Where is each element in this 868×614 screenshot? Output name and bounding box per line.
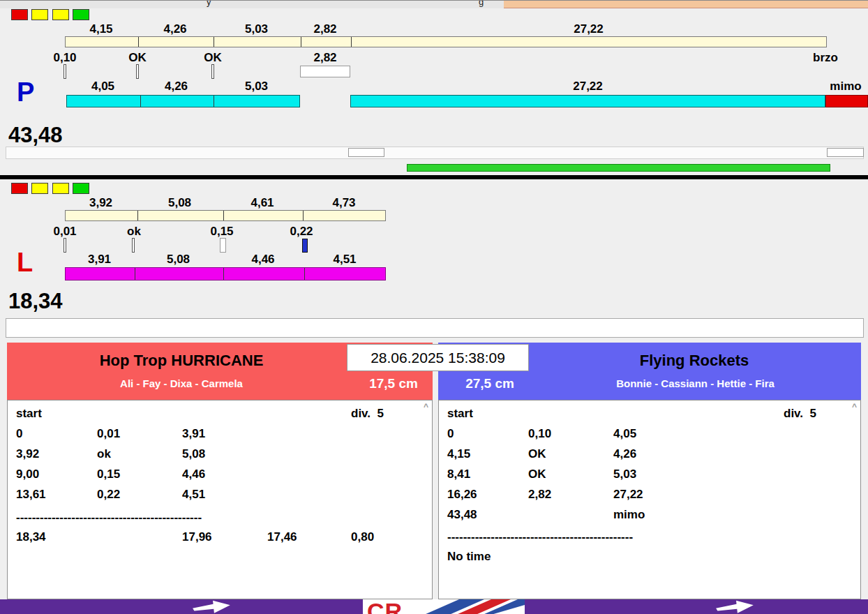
table-cell: mimo <box>613 508 645 522</box>
arrow-icon <box>192 599 231 614</box>
bar-divider <box>138 37 139 47</box>
clipped-menu-text: g <box>479 1 484 7</box>
p-check-value: OK <box>120 51 155 65</box>
l-run-split: 4,51 <box>304 253 386 267</box>
table-cell: 3,91 <box>182 427 205 441</box>
summary-total: 18,34 <box>16 530 46 544</box>
status-light-yellow-icon <box>52 183 69 194</box>
table-cell: 5,03 <box>613 467 636 481</box>
bar-divider <box>223 211 224 220</box>
l-plan-split: 3,92 <box>65 196 137 210</box>
bar-divider <box>301 37 301 47</box>
table-cell: 0 <box>447 427 454 441</box>
table-cell: OK <box>528 447 546 461</box>
table-cell: 0,01 <box>97 427 120 441</box>
l-run-bar <box>65 267 386 280</box>
p-plan-split: 2,82 <box>300 22 350 36</box>
status-light-red-icon <box>11 9 28 20</box>
p-track-strip <box>6 147 864 159</box>
summary-time1: 17,96 <box>182 530 212 544</box>
timestamp-text: 28.06.2025 15:38:09 <box>371 350 505 366</box>
table-divider-line: ----------------------------------------… <box>16 511 202 525</box>
bar-divider <box>140 96 141 107</box>
lane-p-status-lights <box>11 9 90 22</box>
p-run-split: 4,26 <box>140 80 213 93</box>
bar-divider <box>303 211 304 220</box>
team-right-members: Bonnie - Cassiann - Hettie - Fira <box>529 377 862 389</box>
l-run-split: 4,46 <box>223 253 304 267</box>
l-check-value: 0,01 <box>40 225 89 239</box>
background-window-orange <box>504 1 868 8</box>
bar-divider <box>135 268 135 280</box>
bar-divider <box>214 37 214 47</box>
lane-divider <box>0 175 868 179</box>
l-plan-bar <box>65 210 386 221</box>
clipped-menu-text: y <box>207 1 211 7</box>
l-run-split: 5,08 <box>134 253 223 267</box>
logo-text: CR <box>367 599 403 614</box>
table-cell: 0,15 <box>97 467 120 481</box>
table-cell: 0 <box>16 427 22 441</box>
p-plan-split: 5,03 <box>213 22 300 36</box>
l-empty-strip <box>6 318 864 338</box>
p-progress-bar <box>407 164 830 172</box>
table-cell: 16,26 <box>447 488 477 502</box>
p-fault-note: mimo <box>825 80 866 93</box>
table-cell: ok <box>97 447 111 461</box>
p-check-value: 2,82 <box>300 51 350 65</box>
table-header-div: div. 5 <box>351 407 384 421</box>
table-cell: 4,51 <box>182 488 205 502</box>
l-check-value: ok <box>117 225 151 239</box>
p-plan-bar <box>65 36 827 47</box>
p-gate-tick <box>136 64 139 79</box>
p-fault-bar <box>825 95 868 107</box>
bar-divider <box>304 268 305 280</box>
p-run-bar-long <box>350 95 825 107</box>
p-run-split: 5,03 <box>213 80 300 93</box>
table-header-start: start <box>16 407 42 421</box>
l-gate-box <box>220 238 226 253</box>
p-run-bar <box>66 95 300 107</box>
team-left-members: Ali - Fay - Dixa - Carmela <box>7 377 356 389</box>
l-check-value: 0,15 <box>197 225 246 239</box>
status-light-red-icon <box>11 183 28 194</box>
team-right-results-panel[interactable]: ^ start div. 5 0 0,10 4,05 4,15 OK 4,26 … <box>438 400 861 599</box>
table-header-div: div. 5 <box>784 407 816 421</box>
table-cell: 27,22 <box>613 488 643 502</box>
p-plan-split: 4,15 <box>65 22 137 36</box>
table-cell: 2,82 <box>528 488 551 502</box>
l-check-value: 0,22 <box>277 225 326 239</box>
scroll-up-icon[interactable]: ^ <box>852 403 857 411</box>
lane-l-status-lights <box>11 183 90 195</box>
l-plan-split: 5,08 <box>137 196 223 210</box>
status-light-yellow-icon <box>31 9 48 20</box>
p-plan-split: 4,26 <box>137 22 213 36</box>
table-cell: 4,26 <box>613 447 636 461</box>
team-left-results-panel[interactable]: ^ start div. 5 0 0,01 3,91 3,92 ok 5,08 … <box>7 400 433 599</box>
table-cell: 4,46 <box>182 467 205 481</box>
timestamp-box: 28.06.2025 15:38:09 <box>347 344 529 371</box>
footer-band: CR <box>0 599 868 614</box>
summary-time2: 17,46 <box>267 530 297 544</box>
p-plan-split: 27,22 <box>350 22 827 36</box>
summary-diff: 0,80 <box>351 530 374 544</box>
bar-divider <box>137 211 138 220</box>
team-left-height: 17,5 cm <box>356 376 431 391</box>
table-cell: 9,00 <box>16 467 39 481</box>
l-plan-split: 4,61 <box>223 196 302 210</box>
event-logo: CR <box>363 599 525 614</box>
l-gate-tick <box>63 238 66 253</box>
table-cell: 13,61 <box>16 488 46 502</box>
table-cell: 0,10 <box>528 427 551 441</box>
p-marker-box <box>348 148 384 157</box>
l-plan-split: 4,73 <box>302 196 386 210</box>
scroll-up-icon[interactable]: ^ <box>424 403 428 411</box>
p-gate-tick <box>63 64 66 79</box>
table-cell: 3,92 <box>16 447 39 461</box>
bar-divider <box>351 37 352 47</box>
timing-app-window: y g 4,15 4,26 5,03 2,82 27,22 0,10 OK OK… <box>0 0 868 614</box>
l-gate-marker-blue <box>302 239 308 253</box>
p-total-time: 43,48 <box>8 123 63 148</box>
result-text: No time <box>447 550 491 564</box>
table-divider-line: ----------------------------------------… <box>447 530 633 544</box>
